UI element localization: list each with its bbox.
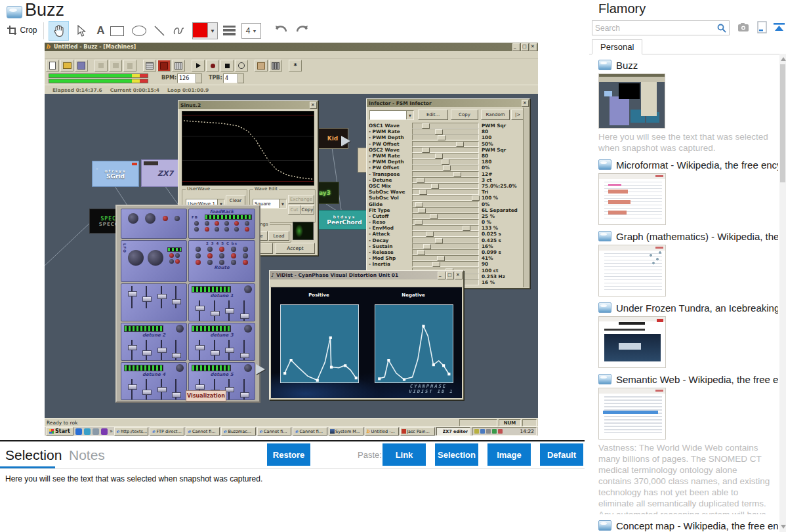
positive-curve-panel[interactable] <box>280 304 359 383</box>
snapshot-list[interactable]: Buzz Here you will see the text that was… <box>589 54 778 532</box>
slider-thumb[interactable] <box>426 232 434 237</box>
stroke-size-select[interactable]: 4▼ <box>241 23 261 39</box>
rack-module-detune[interactable]: detune 2 <box>121 323 187 361</box>
vidist-window[interactable]: ♪ ViDist - CyanPhase Visual Distortion U… <box>269 270 464 400</box>
negative-curve-panel[interactable] <box>375 304 453 383</box>
paste-icon[interactable] <box>123 60 136 72</box>
param-slider[interactable] <box>412 213 479 219</box>
search-input[interactable] <box>592 24 716 33</box>
synth-rack[interactable]: feedBack FB LFO <box>115 205 260 403</box>
param-slider[interactable] <box>412 255 479 261</box>
slider-thumb[interactable] <box>472 195 480 201</box>
rectangle-tool-button[interactable] <box>107 21 127 41</box>
rack-module-detune[interactable]: detune 4 <box>121 362 187 400</box>
scrollbar-thumb[interactable] <box>780 64 785 182</box>
snapshot-title[interactable]: Buzz <box>616 60 778 71</box>
slider[interactable] <box>195 300 204 321</box>
slider-thumb[interactable] <box>417 178 424 183</box>
quicklaunch-media-icon[interactable] <box>101 428 108 435</box>
close-icon[interactable] <box>522 100 529 107</box>
open-file-icon[interactable] <box>60 60 73 72</box>
snapshot-list-item[interactable]: Concept map - Wikipedia, the free encycl… <box>598 520 778 532</box>
slider-thumb[interactable] <box>437 256 445 261</box>
knob[interactable] <box>145 213 155 224</box>
slider[interactable] <box>142 286 151 308</box>
slider[interactable] <box>210 300 219 321</box>
slider[interactable] <box>157 379 166 400</box>
slider-thumb[interactable] <box>442 159 449 165</box>
loop-icon[interactable] <box>235 60 248 72</box>
pan-tool-button[interactable] <box>49 21 69 41</box>
tab-personal[interactable]: Personal <box>592 39 642 54</box>
slider[interactable] <box>171 340 180 361</box>
cut-button[interactable]: Cut <box>288 205 300 215</box>
preferences-icon[interactable]: * <box>289 60 302 72</box>
param-slider[interactable] <box>412 231 479 237</box>
play-icon[interactable] <box>192 60 205 72</box>
knob[interactable] <box>176 325 184 333</box>
slider[interactable] <box>127 379 136 400</box>
param-slider[interactable] <box>412 147 479 153</box>
stroke-width-button[interactable] <box>223 21 236 39</box>
slider-thumb[interactable] <box>415 220 423 225</box>
rack-module-detune[interactable]: detune 3 <box>188 323 255 361</box>
rack-module-detune[interactable] <box>121 283 187 321</box>
knob[interactable] <box>244 285 252 293</box>
param-slider[interactable] <box>412 183 479 189</box>
copy-icon[interactable] <box>109 60 122 72</box>
param-slider[interactable] <box>412 129 479 134</box>
slider[interactable] <box>157 286 166 308</box>
param-slider[interactable] <box>412 189 479 195</box>
seq-editor-icon[interactable] <box>255 60 268 72</box>
sidebar-scrollbar[interactable] <box>779 54 786 532</box>
slider[interactable] <box>142 379 151 400</box>
snapshot-list-item[interactable]: Semantic Web - Wikipedia, the free encyc… <box>598 373 778 514</box>
minimize-icon[interactable] <box>438 272 445 279</box>
param-slider[interactable] <box>412 141 479 147</box>
snapshot-thumbnail[interactable] <box>598 388 666 440</box>
rack-module-route[interactable]: 2 3 4 5 C bs Route <box>188 240 255 282</box>
sinus-titlebar[interactable]: Sinus.2 <box>178 101 318 109</box>
tab-selection[interactable]: Selection <box>5 447 62 463</box>
rack-module-knobs[interactable] <box>121 209 187 239</box>
slider-thumb[interactable] <box>456 142 464 147</box>
param-slider[interactable] <box>412 219 479 225</box>
snapshot-list-item[interactable]: Microformat - Wikipedia, the free encycl… <box>598 159 778 225</box>
slider-thumb[interactable] <box>418 208 426 213</box>
snapshot-list-item[interactable]: Buzz Here you will see the text that was… <box>598 59 778 153</box>
exchange-button[interactable]: Exchange <box>288 195 314 204</box>
snapshot-thumbnail[interactable] <box>598 316 666 368</box>
slider-thumb[interactable] <box>435 153 443 159</box>
taskbar-button[interactable]: http:/texts... <box>114 427 149 436</box>
slider[interactable] <box>239 379 249 400</box>
accept-button[interactable]: Accept <box>276 243 315 254</box>
new-note-icon[interactable] <box>757 21 767 33</box>
load-button[interactable]: Load <box>268 231 289 241</box>
preset-select[interactable]: ▼ <box>369 110 414 120</box>
slider-thumb[interactable] <box>419 190 427 195</box>
copy-button[interactable]: Copy <box>300 205 314 215</box>
snapshot-thumbnail[interactable] <box>598 173 666 225</box>
taskbar-button[interactable]: Cannot fi... <box>257 427 292 436</box>
slider-thumb[interactable] <box>417 250 425 255</box>
next-preset-button[interactable]: |> <box>511 110 524 120</box>
undo-button[interactable] <box>271 21 291 39</box>
param-slider[interactable] <box>412 243 479 249</box>
snapshot-thumbnail[interactable] <box>598 73 665 129</box>
slider[interactable] <box>195 340 204 361</box>
lfo-knob[interactable] <box>148 250 163 266</box>
param-slider[interactable] <box>412 261 479 267</box>
param-slider[interactable] <box>412 207 479 213</box>
stop-icon[interactable] <box>220 60 234 72</box>
snapshot-list-item[interactable]: Graph (mathematics) - Wikipedia, the fre… <box>598 230 778 297</box>
slider[interactable] <box>127 286 136 308</box>
tray-icon[interactable] <box>498 429 503 434</box>
rack-module-detune[interactable]: detune 1 <box>188 283 255 321</box>
param-slider[interactable] <box>412 177 479 183</box>
restore-button[interactable]: Restore <box>267 443 310 466</box>
taskbar-button[interactable]: Buzzmac... <box>221 427 256 436</box>
cut-icon[interactable] <box>94 60 108 72</box>
infector-scrollbar[interactable] <box>523 108 529 287</box>
freehand-tool-button[interactable] <box>169 21 189 41</box>
snapshot-thumbnail[interactable] <box>598 245 666 297</box>
